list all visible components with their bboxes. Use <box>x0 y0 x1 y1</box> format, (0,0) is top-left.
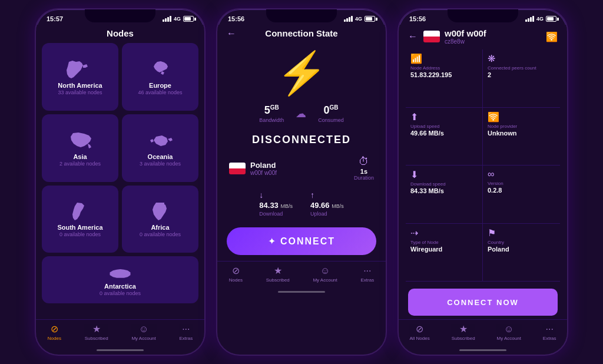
detail-grid: 📶 Node Address 51.83.229.195 ❋ Connected… <box>399 47 567 284</box>
node-af-name: Africa <box>151 224 169 231</box>
status-right-1: 4G <box>163 16 194 22</box>
connect-now-text: CONNECT NOW <box>447 298 519 307</box>
nav-extras[interactable]: ··· Extras <box>179 324 193 341</box>
nav3-account[interactable]: ☺ My Account <box>497 324 521 341</box>
country-value: Poland <box>488 246 555 253</box>
nav2-extras[interactable]: ··· Extras <box>360 266 374 283</box>
node-as-count: 2 available nodes <box>59 161 101 167</box>
upload-item: ↑ 49.66 MB/s Upload <box>310 190 344 217</box>
upload-label: Upload <box>310 211 327 217</box>
antarctica-icon <box>105 265 135 282</box>
nodes-grid: North America 33 available nodes Europe … <box>36 43 204 319</box>
node-sa-name: South America <box>57 224 102 231</box>
node-na-name: North America <box>58 82 102 89</box>
extras-icon: ··· <box>182 324 190 335</box>
node-oc-count: 3 available nodes <box>140 161 181 167</box>
provider-value: Unknown <box>488 130 555 137</box>
nav3-nodes-label: All Nodes <box>409 336 429 341</box>
nav2-star-icon: ★ <box>274 265 282 276</box>
nav-subscribed[interactable]: ★ Subscribed <box>85 323 108 341</box>
down-arrow-icon: ↓ <box>259 190 263 200</box>
nav2-extras-icon: ··· <box>363 266 371 276</box>
europe-icon <box>144 59 177 81</box>
nav2-nodes[interactable]: ⊘ Nodes <box>229 265 243 283</box>
nav-extras-label: Extras <box>179 336 193 341</box>
download-speed-value: 84.33 MB/s <box>410 187 478 194</box>
node-oceania[interactable]: Oceania 3 available nodes <box>122 114 198 182</box>
nav2-account[interactable]: ☺ My Account <box>313 266 337 283</box>
wifi-status-icon: 🛜 <box>546 31 558 42</box>
home-indicator-2 <box>278 291 325 293</box>
star-icon: ★ <box>92 323 101 335</box>
node-address-value: 51.83.229.195 <box>410 71 478 78</box>
signal-1 <box>163 16 171 22</box>
conn-node-id: w00f w00f <box>250 170 277 176</box>
conn-country-info: Poland w00f w00f <box>250 161 277 176</box>
type-value: Wireguard <box>410 246 478 253</box>
nav2-nodes-label: Nodes <box>229 277 243 283</box>
nav2-subscribed[interactable]: ★ Subscribed <box>266 265 290 283</box>
nav3-subscribed[interactable]: ★ Subscribed <box>452 323 475 341</box>
conn-country: Poland <box>250 161 277 170</box>
timer-icon: ⏱ <box>359 155 369 168</box>
node-africa[interactable]: Africa 0 available nodes <box>122 186 198 253</box>
poland-flag-3 <box>423 31 440 42</box>
download-icon: ⬇ <box>410 169 478 180</box>
node-detail-name: w00f w00f <box>445 28 486 38</box>
duration-label: Duration <box>354 175 374 181</box>
country-label: Country <box>488 240 555 245</box>
detail-node-address: 📶 Node Address 51.83.229.195 <box>406 49 483 108</box>
notch-2 <box>266 9 337 22</box>
oceania-icon <box>144 131 177 152</box>
back-arrow-2[interactable]: ← <box>227 28 236 39</box>
account-icon: ☺ <box>139 324 148 335</box>
country-flag-icon: ⚑ <box>488 227 555 239</box>
back-arrow-3[interactable]: ← <box>408 31 418 42</box>
peers-value: 2 <box>488 71 555 78</box>
cloud-icon: ☁ <box>296 107 306 120</box>
nav-account[interactable]: ☺ My Account <box>131 324 155 341</box>
node-as-name: Asia <box>73 153 87 160</box>
nav2-subscribed-label: Subscribed <box>266 277 290 283</box>
bandwidth-label: Bandwidth <box>259 117 284 123</box>
network-2: 4G <box>355 16 362 22</box>
nav2-account-label: My Account <box>313 277 337 283</box>
nav3-extras[interactable]: ··· Extras <box>543 324 556 341</box>
up-arrow-icon: ↑ <box>310 190 314 200</box>
phone-connection: 15:56 4G ← Connection State ⚡ 5GB Bandwi… <box>216 8 387 356</box>
nav3-star-icon: ★ <box>459 323 468 335</box>
detail-header: ← w00f w00f cz8e8w 🛜 <box>399 25 567 47</box>
detail-country: ⚑ Country Poland <box>483 224 560 282</box>
version-icon: ∞ <box>488 169 555 180</box>
battery-2 <box>365 16 375 22</box>
node-south-america[interactable]: South America 0 available nodes <box>42 186 118 253</box>
node-oc-name: Oceania <box>148 153 173 160</box>
connect-button[interactable]: ✦ CONNECT <box>227 227 376 255</box>
node-europe[interactable]: Europe 46 available nodes <box>122 43 198 111</box>
detail-screen: ← w00f w00f cz8e8w 🛜 📶 Node Address 51.8… <box>399 25 567 355</box>
node-north-america[interactable]: North America 33 available nodes <box>42 43 118 111</box>
nav3-extras-label: Extras <box>543 336 556 341</box>
phone-nodes: 15:57 4G Nodes North America 33 availabl… <box>35 8 206 356</box>
connection-header: ← Connection State <box>217 25 386 41</box>
network-1: 4G <box>174 16 181 22</box>
nodes-title: Nodes <box>36 25 204 43</box>
nav3-all-nodes[interactable]: ⊘ All Nodes <box>409 323 429 341</box>
node-sa-count: 0 available nodes <box>59 231 101 237</box>
nav3-account-icon: ☺ <box>504 324 513 335</box>
battery-3 <box>546 16 556 22</box>
node-antarctica[interactable]: Antarctica 0 available nodes <box>42 256 198 303</box>
node-eu-name: Europe <box>149 82 171 89</box>
node-header-text: w00f w00f cz8e8w <box>445 28 486 45</box>
type-label: Type of Node <box>410 240 478 245</box>
connect-now-button[interactable]: CONNECT NOW <box>408 289 558 316</box>
signal-3 <box>525 16 534 22</box>
upload-icon: ⬆ <box>410 111 478 123</box>
download-label: Download <box>259 211 283 217</box>
nav-nodes[interactable]: ⊘ Nodes <box>48 323 61 341</box>
provider-label: Node provider <box>488 124 555 129</box>
node-asia[interactable]: Asia 2 available nodes <box>42 114 118 182</box>
africa-icon <box>144 201 177 223</box>
nav3-account-label: My Account <box>497 336 521 341</box>
node-detail-id: cz8e8w <box>445 38 486 45</box>
